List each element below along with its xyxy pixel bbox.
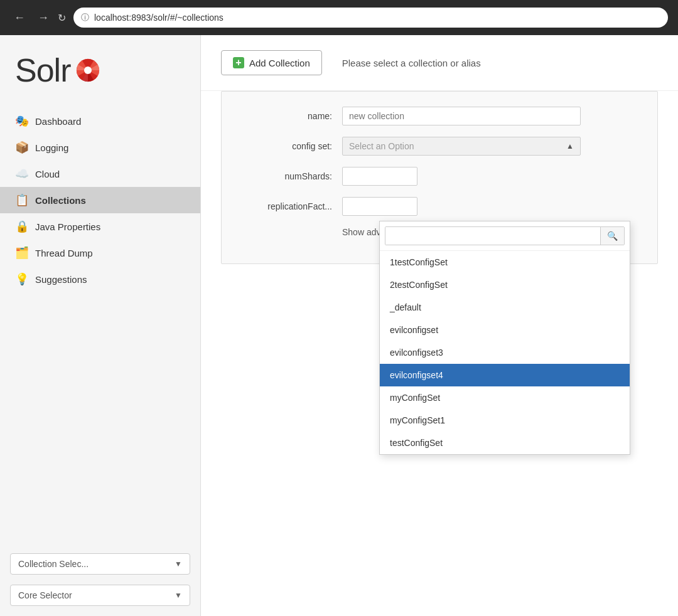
dropdown-item-1testConfigSet[interactable]: 1testConfigSet: [380, 251, 630, 273]
replication-factor-row: replicationFact...: [242, 197, 637, 216]
config-set-dropdown: 🔍 1testConfigSet 2testConfigSet _default…: [379, 221, 630, 455]
nav-menu: 🎭 Dashboard 📦 Logging ☁️ Cloud 📋 Collect…: [0, 103, 200, 548]
sidebar: Solr: [0, 35, 201, 616]
forward-button[interactable]: →: [34, 9, 53, 27]
dropdown-search-area: 🔍: [380, 221, 630, 251]
add-collection-label: Add Collection: [249, 58, 310, 68]
thread-dump-icon: 🗂️: [15, 246, 29, 260]
core-selector-button[interactable]: Core Selector ▼: [10, 585, 190, 606]
solr-text: Solr: [15, 54, 70, 87]
num-shards-input-area: [342, 167, 417, 186]
name-input[interactable]: [342, 107, 581, 125]
sidebar-item-dashboard[interactable]: 🎭 Dashboard: [0, 108, 200, 134]
dropdown-item-default[interactable]: _default: [380, 296, 630, 319]
sidebar-item-label: Java Properties: [35, 221, 100, 232]
num-shards-row: numShards:: [242, 167, 637, 186]
dropdown-search-button[interactable]: 🔍: [600, 227, 624, 245]
dropdown-search-input[interactable]: [385, 227, 600, 245]
name-row: name:: [242, 107, 637, 125]
dropdown-search-inner: 🔍: [385, 226, 625, 245]
sidebar-item-suggestions[interactable]: 💡 Suggestions: [0, 266, 200, 292]
logo-area: Solr: [0, 35, 200, 103]
nav-buttons: ← → ↻: [10, 9, 66, 27]
collection-selector-label: Collection Selec...: [18, 559, 89, 569]
config-set-select[interactable]: Select an Option ▲: [342, 137, 581, 156]
sidebar-item-label: Dashboard: [35, 116, 81, 127]
solr-logo: Solr: [15, 50, 108, 90]
replication-factor-input[interactable]: [342, 197, 417, 216]
suggestions-icon: 💡: [15, 272, 29, 286]
sidebar-item-label: Logging: [35, 142, 68, 153]
dropdown-item-evilconfigset3[interactable]: evilconfigset3: [380, 341, 630, 364]
sidebar-item-collections[interactable]: 📋 Collections: [0, 187, 200, 213]
main-content: + Add Collection Please select a collect…: [201, 35, 678, 616]
cloud-icon: ☁️: [15, 167, 29, 181]
collections-icon: 📋: [15, 193, 29, 207]
name-label: name:: [242, 111, 342, 121]
dropdown-list: 1testConfigSet 2testConfigSet _default e…: [380, 251, 630, 454]
java-properties-icon: 🔒: [15, 220, 29, 233]
address-bar[interactable]: ⓘ localhost:8983/solr/#/~collections: [73, 8, 668, 28]
num-shards-input[interactable]: [342, 167, 417, 186]
dropdown-item-2testConfigSet[interactable]: 2testConfigSet: [380, 273, 630, 296]
top-bar: + Add Collection Please select a collect…: [201, 35, 678, 91]
config-set-arrow: ▲: [566, 142, 574, 151]
sidebar-item-label: Cloud: [35, 169, 60, 179]
collection-selector-container: Collection Selec... ▼: [10, 553, 190, 575]
core-selector-container: Core Selector ▼: [10, 585, 190, 606]
collection-selector-button[interactable]: Collection Selec... ▼: [10, 553, 190, 575]
sidebar-item-cloud[interactable]: ☁️ Cloud: [0, 161, 200, 187]
back-button[interactable]: ←: [10, 9, 29, 27]
svg-point-1: [84, 66, 92, 74]
select-hint: Please select a collection or alias: [342, 58, 481, 68]
add-collection-button[interactable]: + Add Collection: [221, 50, 322, 75]
app-container: Solr: [0, 35, 678, 616]
url-text: localhost:8983/solr/#/~collections: [94, 13, 223, 23]
sidebar-item-label: Suggestions: [35, 274, 87, 285]
dropdown-item-evilconfigset[interactable]: evilconfigset: [380, 319, 630, 341]
sidebar-item-label: Collections: [35, 195, 86, 206]
config-set-label: config set:: [242, 141, 342, 151]
logging-icon: 📦: [15, 141, 29, 154]
config-set-row: config set: Select an Option ▲: [242, 137, 637, 156]
browser-chrome: ← → ↻ ⓘ localhost:8983/solr/#/~collectio…: [0, 0, 678, 35]
sidebar-item-java-properties[interactable]: 🔒 Java Properties: [0, 213, 200, 240]
dashboard-icon: 🎭: [15, 114, 29, 128]
solr-icon-svg: [68, 50, 108, 90]
dropdown-item-myConfigSet[interactable]: myConfigSet: [380, 386, 630, 409]
core-selector-chevron: ▼: [175, 591, 182, 600]
sidebar-item-logging[interactable]: 📦 Logging: [0, 134, 200, 161]
reload-button[interactable]: ↻: [58, 12, 66, 24]
info-icon: ⓘ: [81, 12, 89, 23]
sidebar-item-thread-dump[interactable]: 🗂️ Thread Dump: [0, 240, 200, 266]
plus-icon: +: [233, 57, 244, 68]
dropdown-item-evilconfigset4[interactable]: evilconfigset4: [380, 364, 630, 386]
replication-factor-label: replicationFact...: [242, 201, 342, 211]
dropdown-item-testConfigSet[interactable]: testConfigSet: [380, 432, 630, 454]
sidebar-item-label: Thread Dump: [35, 248, 93, 258]
core-selector-label: Core Selector: [18, 590, 72, 600]
collection-selector-chevron: ▼: [175, 560, 182, 568]
dropdown-item-myConfigSet1[interactable]: myConfigSet1: [380, 409, 630, 432]
num-shards-label: numShards:: [242, 171, 342, 181]
config-set-placeholder: Select an Option: [349, 141, 414, 151]
